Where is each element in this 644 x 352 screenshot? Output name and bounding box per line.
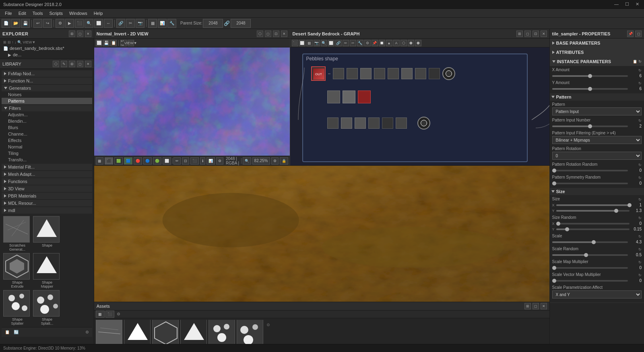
- graph-node-r3-3[interactable]: [355, 117, 366, 129]
- graph-node-r3-6[interactable]: [396, 117, 407, 129]
- prop-size-random-reset[interactable]: ↻: [638, 216, 642, 220]
- lib-toolbar-btn3[interactable]: ⚙: [84, 329, 91, 335]
- library-icon2[interactable]: ✎: [61, 61, 67, 67]
- toolbar-btn4[interactable]: ▶: [65, 19, 74, 28]
- prop-pin-reset[interactable]: ↻: [638, 119, 642, 123]
- prop-svmm-thumb[interactable]: [552, 279, 556, 283]
- graph-node7[interactable]: [415, 68, 426, 79]
- view2d-icon2[interactable]: ◻: [265, 31, 271, 37]
- graph-tool10[interactable]: 🔧: [357, 40, 363, 46]
- lib-thumb-scratches[interactable]: ScratchesGenerat...: [3, 216, 31, 251]
- prop-pr-select[interactable]: 0: [552, 152, 642, 160]
- prop-spa-select[interactable]: X and Y: [552, 290, 642, 298]
- prop-psr-slider[interactable]: [552, 183, 628, 184]
- toolbar-btn3[interactable]: ⚙: [56, 19, 64, 28]
- prop-pin-value[interactable]: 2: [630, 124, 642, 128]
- prop-instance-header[interactable]: INSTANCE PARAMETERS 📋 ↻: [550, 57, 644, 66]
- parent-size-input2[interactable]: 2048: [231, 19, 251, 28]
- graph-tool5[interactable]: 🔍: [321, 40, 327, 46]
- graph-tool15[interactable]: A: [393, 40, 400, 46]
- lib-normal[interactable]: Normal: [2, 144, 92, 150]
- graph-maximize[interactable]: ⊡: [533, 31, 539, 37]
- prop-size-x-slider[interactable]: [556, 204, 630, 206]
- prop-scale-thumb[interactable]: [592, 240, 596, 244]
- lib-thumb-shape-splatter2[interactable]: ShapeSplatt...: [33, 290, 61, 325]
- lib-generators-header[interactable]: Generators: [2, 85, 92, 91]
- prop-psr-value[interactable]: 0: [630, 181, 642, 185]
- lib-thumb-shape[interactable]: Shape: [33, 216, 61, 251]
- lib-thumb-shape-extrude[interactable]: ShapeExtrude: [3, 253, 31, 288]
- toolbar-open[interactable]: 📂: [11, 19, 20, 28]
- view2d-bottom-btn4[interactable]: 🟦: [124, 157, 132, 165]
- menu-scripts[interactable]: Scripts: [46, 10, 66, 16]
- lib-3dview-header[interactable]: 3D View: [2, 185, 92, 192]
- prop-sr-y-thumb[interactable]: [565, 227, 569, 231]
- prop-x-amount-slider[interactable]: [552, 75, 628, 77]
- prop-x-amount-reset[interactable]: ↻: [638, 68, 642, 72]
- menu-file[interactable]: File: [2, 10, 15, 16]
- graph-node5[interactable]: [388, 68, 399, 79]
- prop-svmm-reset[interactable]: ↻: [638, 273, 642, 277]
- lib-transform[interactable]: Transfo...: [2, 156, 92, 163]
- prop-scale-reset[interactable]: ↻: [638, 235, 642, 239]
- prop-prr-thumb[interactable]: [552, 169, 556, 173]
- explorer-close[interactable]: ✕: [85, 31, 91, 37]
- graph-node1[interactable]: [333, 68, 344, 79]
- view2d-bottom-btn7[interactable]: 🟢: [153, 157, 161, 165]
- prop-size-x-thumb[interactable]: [627, 203, 632, 207]
- graph-connector-node2[interactable]: [417, 117, 430, 130]
- prop-pattern-select[interactable]: Pattern Input: [552, 107, 642, 115]
- graph-node-r2-red[interactable]: [358, 91, 371, 103]
- prop-y-amount-slider[interactable]: [552, 88, 628, 90]
- view2d-bottom-btn8[interactable]: ⬜: [163, 157, 171, 165]
- view2d-bottom-btn10[interactable]: ⊡: [182, 157, 189, 165]
- thumbnails-icon2[interactable]: ◻: [533, 303, 539, 309]
- prop-scale-slider[interactable]: [552, 241, 628, 243]
- prop-sr-x-thumb[interactable]: [556, 222, 560, 226]
- graph-tool14[interactable]: ▲: [386, 40, 392, 46]
- prop-prr-slider[interactable]: [552, 170, 628, 171]
- toolbar-btn14[interactable]: 🔧: [167, 19, 176, 28]
- thumbnails-close[interactable]: ✕: [541, 303, 547, 309]
- prop-y-amount-value[interactable]: 6: [630, 86, 642, 91]
- toolbar-btn11[interactable]: 📷: [136, 19, 144, 28]
- graph-node-r3-2[interactable]: [341, 117, 352, 129]
- graph-tool17[interactable]: ⬢: [408, 40, 414, 46]
- view2d-maximize[interactable]: ⊡: [273, 31, 279, 37]
- lib-material-header[interactable]: Material Filt...: [2, 164, 92, 170]
- graph-node-r3-5[interactable]: [382, 117, 393, 129]
- graph-content[interactable]: Pebbles shape OUT: [290, 47, 549, 165]
- lib-noises[interactable]: Noises: [2, 91, 92, 98]
- lib-blending[interactable]: Blendin...: [2, 118, 92, 124]
- explorer-file[interactable]: 📄 desert_sandy_bedrock.sbs*: [0, 45, 94, 51]
- prop-x-amount-thumb[interactable]: [588, 74, 592, 78]
- menu-tools[interactable]: Tools: [29, 10, 46, 16]
- graph-connector-node[interactable]: [442, 67, 455, 80]
- view2d-bottom-btn2[interactable]: ⬛: [105, 157, 113, 165]
- graph-node-r2-1[interactable]: [327, 91, 340, 103]
- explorer-icon1[interactable]: ⊞: [69, 31, 75, 37]
- view2d-bottom-btn5[interactable]: 🔴: [134, 157, 142, 165]
- thumb-toolbar-btn1[interactable]: ▦: [96, 311, 105, 318]
- view2d-bottom-btn1[interactable]: ▦: [96, 157, 103, 165]
- toolbar-new[interactable]: 📄: [2, 19, 10, 28]
- prop-y-amount-reset[interactable]: ↻: [638, 81, 642, 85]
- properties-icon1[interactable]: 📌: [627, 31, 634, 37]
- view2d-bottom-btn13[interactable]: 📊: [206, 157, 215, 165]
- graph-tool18[interactable]: ⬣: [415, 40, 421, 46]
- view2d-bottom-btn14[interactable]: ⚙: [216, 157, 223, 165]
- explorer-icon2[interactable]: ◻: [77, 31, 83, 37]
- thumbnails-icon1[interactable]: ⊞: [524, 303, 531, 309]
- toolbar-btn10[interactable]: ✂: [126, 19, 135, 28]
- graph-node4[interactable]: [374, 68, 385, 79]
- prop-prr-value[interactable]: 0: [630, 168, 642, 173]
- prop-scale-random-reset[interactable]: ↻: [638, 247, 642, 251]
- prop-svmm-slider[interactable]: [552, 280, 628, 282]
- toolbar-btn7[interactable]: ⬜: [94, 19, 103, 28]
- prop-scale-random-value[interactable]: 0.5: [630, 253, 642, 257]
- graph-close[interactable]: ✕: [541, 31, 547, 37]
- view2d-bottom-btn3[interactable]: 🟩: [114, 157, 123, 165]
- prop-pin-slider[interactable]: [552, 126, 628, 127]
- prop-smm-reset[interactable]: ↻: [638, 260, 642, 264]
- toolbar-btn8[interactable]: ↔: [104, 19, 113, 28]
